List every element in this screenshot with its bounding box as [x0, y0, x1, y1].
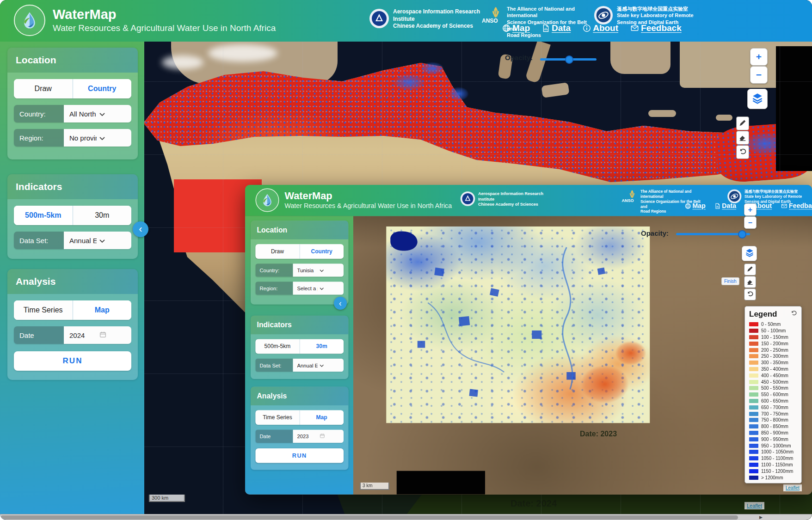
draw-tool-button[interactable]: [744, 263, 756, 275]
scrollbar-arrow-icon[interactable]: ▶: [759, 514, 763, 520]
legend-entry: 500 - 550mm: [749, 385, 797, 392]
nav-about-link[interactable]: About: [583, 23, 618, 33]
legend-label: 0 - 50mm: [761, 322, 781, 327]
location-panel-body: Draw Country Country: All North Africa R…: [7, 73, 138, 147]
legend-label: 400 - 450mm: [761, 373, 788, 378]
tab-30m[interactable]: 30m: [73, 206, 132, 225]
zoom-out-button[interactable]: −: [744, 216, 757, 229]
legend-entry: 700 - 750mm: [749, 410, 797, 417]
map-landmass-sicily: [541, 82, 569, 98]
partner-air-cas: Aerospace Information Research Institute…: [460, 191, 553, 208]
tab-500m-5km[interactable]: 500m-5km: [256, 339, 300, 354]
legend-title: Legend: [749, 310, 777, 319]
nav-map-link[interactable]: Map: [685, 202, 706, 210]
leaflet-attribution[interactable]: Leaflet: [744, 502, 764, 509]
eraser-icon: [738, 133, 747, 143]
opacity-slider-thumb[interactable]: [738, 230, 746, 239]
location-panel: Location Draw Country Country: All North…: [7, 48, 138, 159]
brand: WaterMap Water Resources & Agricultural …: [14, 5, 276, 36]
chevron-down-icon: [99, 237, 127, 245]
region-value: No provinces a: [69, 134, 97, 142]
nav-data-link[interactable]: Data: [715, 202, 737, 210]
tab-map[interactable]: Map: [299, 410, 344, 425]
eraser-tool-button[interactable]: [736, 131, 749, 145]
legend-color-swatch: [749, 380, 758, 384]
tab-country[interactable]: Country: [73, 79, 132, 98]
legend-color-swatch: [749, 444, 758, 448]
chevron-down-icon: [320, 285, 340, 291]
app-subtitle: Water Resources & Agricultural Water Use…: [285, 202, 452, 210]
undo-tool-button[interactable]: [744, 288, 756, 300]
eraser-icon: [746, 278, 754, 287]
eraser-tool-button[interactable]: [744, 276, 756, 288]
sidebar-collapse-button[interactable]: ‹: [334, 297, 347, 310]
unloaded-tile: [397, 471, 485, 495]
analysis-panel-title: Analysis: [251, 387, 349, 406]
partner-line: Aerospace Information Research Institute: [478, 191, 553, 202]
zoom-out-button[interactable]: −: [750, 66, 768, 84]
nav-map-link[interactable]: Map: [502, 23, 530, 33]
et-raster-tunisia: [386, 226, 650, 423]
scrollbar-thumb[interactable]: [0, 515, 738, 520]
data-icon: [715, 203, 721, 209]
tab-500m-5km[interactable]: 500m-5km: [14, 206, 73, 225]
tab-map[interactable]: Map: [73, 300, 132, 320]
legend-label: 1100 - 1150mm: [761, 462, 793, 467]
nav-feedback-link[interactable]: Feedback: [630, 23, 682, 33]
legend-color-swatch: [749, 348, 758, 352]
opacity-slider-thumb[interactable]: [565, 55, 573, 64]
country-select[interactable]: All North Africa: [64, 105, 131, 122]
brand-text: WaterMap Water Resources & Agricultural …: [53, 7, 276, 33]
date-input[interactable]: 2023: [293, 430, 344, 443]
app-subtitle: Water Resources & Agricultural Water Use…: [53, 23, 276, 33]
region-select[interactable]: Select a provir: [293, 281, 344, 295]
overlay-window: WaterMap Water Resources & Agricultural …: [245, 185, 812, 495]
legend-entry: 450 - 500mm: [749, 379, 797, 385]
legend-color-swatch: [749, 476, 758, 480]
zoom-in-button[interactable]: +: [744, 203, 757, 216]
legend-entry: 100 - 150mm: [749, 334, 797, 341]
nav-feedback-link[interactable]: Feedback: [781, 202, 812, 210]
layers-button[interactable]: [747, 89, 768, 109]
region-select[interactable]: No provinces a: [64, 129, 131, 147]
draw-tool-button[interactable]: [736, 116, 749, 130]
date-row: Date 2024: [14, 326, 131, 344]
partner-text: 遥感与数字地球全国重点实验室 State key Laboratory of R…: [744, 189, 802, 204]
tab-time-series[interactable]: Time Series: [256, 410, 300, 425]
tab-30m[interactable]: 30m: [299, 339, 344, 354]
tab-country[interactable]: Country: [299, 244, 344, 259]
data-icon: [542, 24, 550, 32]
sidebar-collapse-button[interactable]: ‹: [133, 221, 148, 237]
legend-entry: 900 - 950mm: [749, 436, 797, 442]
legend-entries: 0 - 50mm 50 - 100mm 100 - 150mm: [749, 321, 797, 481]
tab-time-series[interactable]: Time Series: [14, 300, 73, 320]
legend-header: Legend: [749, 310, 797, 319]
layers-icon: [751, 92, 763, 106]
legend-refresh-icon[interactable]: [790, 310, 797, 319]
horizontal-scrollbar[interactable]: ▶: [0, 514, 812, 520]
date-value: 2024: [69, 331, 97, 339]
layers-button[interactable]: [742, 246, 757, 261]
legend-entry: 800 - 850mm: [749, 423, 797, 430]
mail-icon: [630, 24, 639, 32]
analysis-panel: Analysis Time Series Map Date 2024 RUN: [7, 269, 138, 380]
undo-tool-button[interactable]: [736, 145, 749, 159]
zoom-in-button[interactable]: +: [750, 48, 768, 66]
legend-label: 800 - 850mm: [761, 424, 788, 429]
finish-button[interactable]: Finish: [721, 277, 739, 285]
date-input[interactable]: 2024: [64, 326, 131, 344]
dataset-select[interactable]: Annual ET: [293, 359, 344, 372]
tab-draw[interactable]: Draw: [256, 244, 300, 259]
run-button[interactable]: RUN: [256, 448, 344, 463]
tab-draw[interactable]: Draw: [14, 79, 73, 98]
country-row: Country: Tunisia: [256, 263, 344, 277]
leaflet-attribution[interactable]: Leaflet: [783, 484, 802, 491]
run-button[interactable]: RUN: [14, 351, 131, 371]
dataset-select[interactable]: Annual ET: [64, 232, 131, 249]
indicators-panel-body: 500m-5km 30m Data Set: Annual ET: [7, 199, 138, 249]
main-nav: Map Data About Feedback: [502, 23, 682, 33]
app-header: WaterMap Water Resources & Agricultural …: [245, 185, 812, 216]
country-select[interactable]: Tunisia: [293, 263, 344, 277]
chevron-down-icon: [320, 267, 340, 273]
nav-data-link[interactable]: Data: [542, 23, 571, 33]
